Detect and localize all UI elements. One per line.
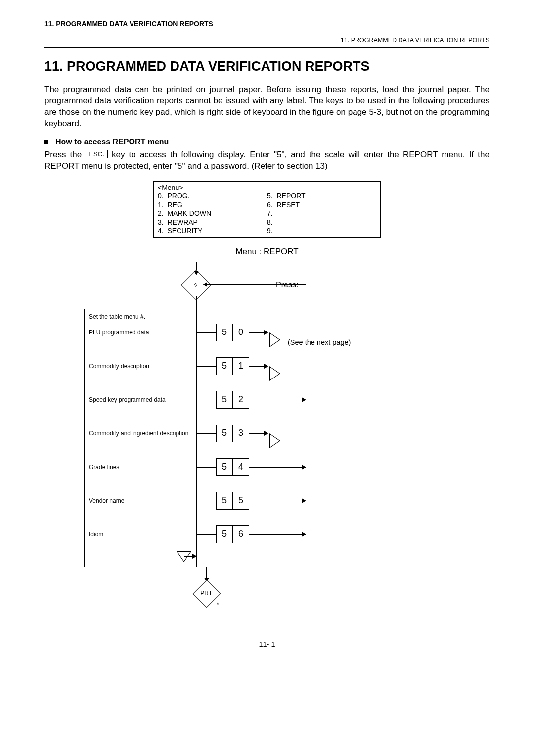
flow-diagram: ◊ Press: Set the table menu #. PLU progr… — [44, 262, 490, 615]
arrow-right-icon — [302, 465, 306, 470]
arrow-right-icon — [302, 397, 306, 402]
row-label: Set the table menu #. — [89, 313, 145, 320]
key-5: 5 — [216, 391, 233, 409]
connector — [249, 433, 265, 434]
key-5: 5 — [216, 458, 233, 476]
key-4: 4 — [232, 458, 249, 476]
arrow-left-icon — [203, 282, 207, 287]
arrow-right-icon — [264, 330, 268, 335]
prt-star: * — [217, 601, 219, 608]
v-letter: v — [181, 551, 184, 558]
key-5: 5 — [216, 324, 233, 341]
howto-label: How to access REPORT menu — [55, 138, 169, 146]
connector — [249, 467, 306, 468]
header-rule — [44, 47, 490, 48]
menu-col-right: 5. REPORT 6. RESET 7. 8. 9. — [267, 184, 376, 236]
key-2: 2 — [232, 391, 249, 409]
row-label: Commodity description — [89, 363, 149, 370]
connector — [249, 366, 265, 367]
key-0: 0 — [232, 324, 249, 341]
u-letter: u — [271, 370, 275, 377]
running-head-right: 11. PROGRAMMED DATA VERIFICATION REPORTS — [44, 37, 490, 44]
u-letter: u — [271, 336, 275, 343]
howto-heading: How to access REPORT menu — [44, 138, 490, 146]
access-post: key to access th following display. Ente… — [44, 150, 490, 171]
connector — [84, 567, 197, 567]
connector — [249, 332, 265, 333]
connector — [249, 534, 306, 535]
running-head-left: 11. PROGRAMMED DATA VERIFICATION REPORTS — [44, 20, 490, 28]
main-vertical — [196, 296, 197, 567]
row-label: PLU programmed data — [89, 329, 149, 336]
esc-key: ESC. — [86, 150, 107, 159]
connector — [196, 332, 216, 333]
see-next-label: (See the next page) — [288, 338, 351, 346]
arrow-right-icon — [192, 554, 197, 559]
page-number: 11- 1 — [44, 640, 490, 648]
connector — [249, 501, 306, 501]
row-label: Grade lines — [89, 464, 119, 471]
prt-label: PRT — [200, 590, 212, 597]
key-5: 5 — [216, 357, 233, 375]
key-3: 3 — [232, 425, 249, 442]
row-label: Vendor name — [89, 497, 124, 504]
u-triangle: u — [269, 332, 280, 347]
key-5: 5 — [216, 525, 233, 543]
arrow-right-icon — [264, 364, 268, 369]
row-label: Idiom — [89, 531, 103, 538]
connector — [196, 400, 216, 400]
connector — [196, 366, 216, 367]
menu-path: Menu : REPORT — [44, 247, 490, 257]
merge-top-h2 — [207, 284, 306, 285]
access-pre: Press the — [44, 150, 82, 159]
menu-col-left: <Menu> 0. PROG. 1. REG 2. MARK DOWN 3. R… — [158, 184, 267, 236]
key-5b: 5 — [232, 492, 249, 510]
key-6: 6 — [232, 525, 249, 543]
v-triangle: v — [177, 551, 191, 562]
press-label: Press: — [276, 281, 298, 289]
row-label: Commodity and ingredient description — [89, 430, 188, 437]
connector — [196, 433, 216, 434]
connector — [249, 400, 306, 400]
connector — [196, 467, 216, 468]
connector — [196, 534, 216, 535]
key-5: 5 — [216, 492, 233, 510]
row-label: Speed key programmed data — [89, 396, 166, 403]
u-letter: u — [271, 437, 275, 444]
arrow-right-icon — [264, 431, 268, 436]
arrow-right-icon — [302, 498, 306, 503]
intro-paragraph: The programmed data can be printed on jo… — [44, 84, 490, 130]
arrow-right-icon — [302, 532, 306, 537]
arrow-down-icon — [194, 271, 199, 275]
left-bracket — [84, 309, 187, 567]
diamond-letter: ◊ — [194, 282, 197, 288]
bullet-icon — [44, 140, 48, 144]
u-triangle: u — [269, 366, 280, 381]
connector — [196, 501, 216, 501]
access-paragraph: Press the ESC. key to access th followin… — [44, 149, 490, 172]
merge-vertical — [306, 284, 306, 567]
menu-box: <Menu> 0. PROG. 1. REG 2. MARK DOWN 3. R… — [153, 181, 381, 238]
u-triangle: u — [269, 433, 280, 448]
page-title: 11. PROGRAMMED DATA VERIFICATION REPORTS — [44, 59, 490, 74]
key-5: 5 — [216, 425, 233, 442]
key-1: 1 — [232, 357, 249, 375]
